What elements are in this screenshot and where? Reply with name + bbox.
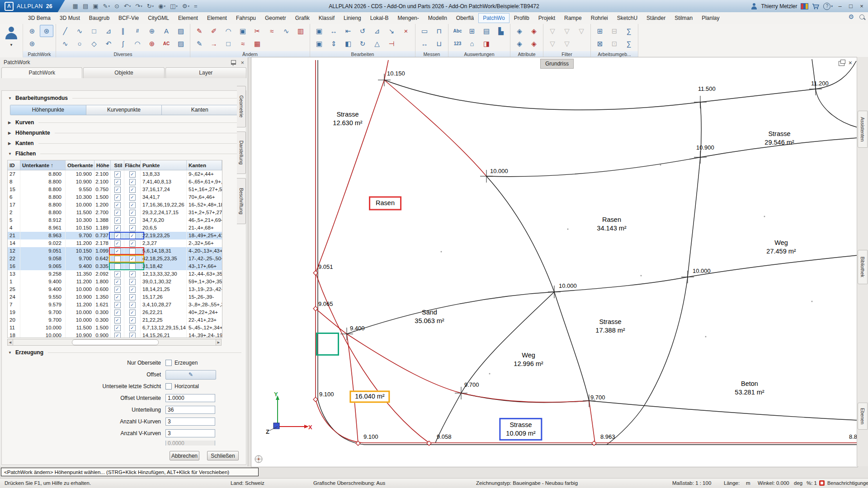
menu-item-modelln[interactable]: Modelln	[424, 13, 452, 23]
stil-checkbox[interactable]: ✓	[114, 317, 121, 324]
flaeche-checkbox[interactable]: ✓	[129, 202, 136, 208]
toolbar-icon-1-4[interactable]: ʃ	[116, 38, 130, 50]
toolbar-icon-3-1[interactable]: ↔	[327, 25, 340, 37]
flaeche-checkbox[interactable]: ✓	[129, 210, 136, 216]
status-segment-2[interactable]: Grafische Überschreibung: Aus	[313, 480, 385, 486]
stil-checkbox[interactable]: ✓	[114, 333, 121, 338]
flaeche-checkbox[interactable]: ✓	[129, 279, 136, 285]
stil-checkbox[interactable]: ✓	[114, 171, 121, 178]
table-row[interactable]: 28.80011.5002.700✓✓29,3,2,24,17,1531+,2+…	[8, 209, 222, 216]
toolbar-icon-7-0[interactable]: ▽	[546, 38, 559, 50]
toolbar-icon-3-5[interactable]: ↘	[385, 25, 398, 37]
status-segment-1[interactable]: Land: Schweiz	[231, 480, 264, 486]
toolbar-icon-1-7[interactable]: AC	[160, 38, 173, 50]
form-input[interactable]: 3	[165, 418, 215, 426]
table-row[interactable]: 1810.00010.9000.900✓✓14,15,26,2114-,39+,…	[8, 332, 222, 338]
toolbar-icon-4-1[interactable]: ⊔	[432, 38, 446, 50]
toolbar-icon-1-5[interactable]: ◠	[131, 38, 144, 50]
stil-checkbox[interactable]: ✓	[114, 325, 121, 331]
section-arrow-icon[interactable]: ▼	[8, 351, 13, 355]
toolbar-icon-3-4[interactable]: △	[370, 38, 384, 50]
flaeche-checkbox[interactable]: ✓	[129, 179, 136, 185]
stil-checkbox[interactable]: ✓	[114, 225, 121, 231]
palette-tab-layer[interactable]: Layer	[165, 67, 246, 78]
palette-side-tab-beschriftung[interactable]: Beschriftung	[237, 178, 246, 224]
menu-item-baugrub[interactable]: Baugrub	[85, 13, 114, 23]
toolbar-icon-5-0[interactable]: 123	[451, 38, 464, 50]
mode-button-kurvenpunkte[interactable]: Kurvenpunkte	[86, 105, 162, 115]
search-icon[interactable]	[859, 14, 864, 19]
stil-checkbox[interactable]: ✓	[114, 194, 121, 201]
toolbar-icon-1-2[interactable]: □	[87, 25, 101, 37]
toolbar-icon-8-1[interactable]: ⊡	[608, 38, 621, 50]
toolbar-icon-3-2[interactable]: ◧	[341, 38, 355, 50]
table-row[interactable]: 68.80010.3001.500✓✓34,41,770+,6+,46+	[8, 193, 222, 201]
offset-button[interactable]: ✎	[165, 370, 216, 380]
toolbar-icon-1-6[interactable]: ⊕	[145, 25, 159, 37]
toolbar-icon-1-0[interactable]: ╱	[58, 25, 72, 37]
quick-icon-0[interactable]: ▦	[71, 2, 80, 10]
stil-checkbox[interactable]: ✓	[114, 286, 121, 293]
stil-checkbox[interactable]: ✓	[114, 179, 121, 185]
abbrechen-button[interactable]: Abbrechen	[170, 451, 199, 460]
flaeche-checkbox[interactable]: ✓	[129, 333, 136, 338]
toolbar-icon-1-2[interactable]: ◇	[87, 38, 101, 50]
section-bearbeitungsmodus[interactable]: ▼Bearbeitungsmodus	[8, 95, 241, 101]
right-tab-ebenen[interactable]: Ebenen	[858, 403, 868, 430]
section-arrow-icon[interactable]: ▼	[8, 96, 13, 100]
toolbar-icon-4-1[interactable]: ⊓	[432, 25, 446, 37]
toolbar-icon-3-6[interactable]: ×	[399, 25, 413, 37]
toolbar-icon-7-0[interactable]: ▽	[546, 25, 559, 37]
stil-checkbox[interactable]: ✓	[114, 187, 121, 193]
form-checkbox[interactable]	[165, 383, 172, 389]
toolbar-icon-5-0[interactable]: Abc	[451, 25, 464, 37]
column-header-punkte[interactable]: Punkte	[141, 160, 187, 170]
viewport-close-icon[interactable]: ×	[849, 60, 852, 66]
table-row[interactable]: 149.02211.2002.178✓✓2,3,272-,32+,56+	[8, 239, 222, 247]
menu-item-fahrspu[interactable]: Fahrspu	[231, 13, 260, 23]
menu-item-klassif[interactable]: Klassif	[314, 13, 339, 23]
menu-item-stnder[interactable]: Ständer	[642, 13, 670, 23]
flaeche-checkbox[interactable]: ✓	[129, 294, 136, 300]
stil-checkbox[interactable]: ✓	[114, 294, 121, 300]
toolbar-icon-8-2[interactable]: ∑	[622, 38, 636, 50]
stil-checkbox[interactable]: ✓	[114, 310, 121, 316]
toolbar-icon-1-8[interactable]: ▨	[174, 38, 188, 50]
toolbar-icon-0-0[interactable]: ⊛	[25, 25, 39, 37]
toolbar-icon-2-4[interactable]: ▦	[250, 38, 264, 50]
table-row[interactable]: 178.80010.0001.200✓✓17,16,36,19,22,2616-…	[8, 201, 222, 209]
menu-item-profilb[interactable]: Profilb	[509, 13, 534, 23]
table-row[interactable]: 129.05110.1501.099✓5,6,14,18,314-,20-,13…	[8, 247, 222, 255]
toolbar-icon-1-7[interactable]: A	[160, 25, 173, 37]
menu-item-planlay[interactable]: Planlay	[697, 13, 724, 23]
mode-button-kanten[interactable]: Kanten	[162, 105, 237, 115]
toolbar-icon-3-0[interactable]: ▣	[312, 38, 326, 50]
table-row[interactable]: 139.25811.3502.092✓✓12,13,33,32,3012-,44…	[8, 270, 222, 278]
status-segment-6[interactable]: m	[746, 480, 750, 486]
section-kurven[interactable]: ▶Kurven	[8, 119, 241, 126]
section-arrow-icon[interactable]: ▶	[8, 121, 13, 125]
table-row[interactable]: 229.0589.7000.642✓42,18,25,23,3517-,42-,…	[8, 255, 222, 263]
minimize-button[interactable]: –	[836, 3, 844, 9]
flaeche-checkbox[interactable]: ✓	[129, 325, 136, 331]
toolbar-icon-0-1[interactable]: ⊛	[40, 25, 53, 37]
stil-checkbox[interactable]: ✓	[114, 302, 121, 308]
mode-button-höhenpunkte[interactable]: Höhenpunkte	[10, 105, 86, 115]
notification-icon[interactable]	[819, 480, 825, 486]
toolbar-icon-1-5[interactable]: //	[131, 25, 144, 37]
toolbar-icon-2-1[interactable]: →	[207, 38, 221, 50]
toolbar-icon-6-0[interactable]: ◈	[513, 38, 526, 50]
flaeche-checkbox[interactable]: ✓	[129, 310, 136, 316]
quick-icon-8[interactable]: ◉▾	[157, 2, 167, 10]
toolbar-icon-1-3[interactable]: ⊿	[102, 25, 115, 37]
quick-icon-10[interactable]: ⚙▾	[181, 2, 191, 10]
table-row[interactable]: 199.70010.0000.300✓✓26,22,2140+,22+,24+	[8, 309, 222, 316]
stil-checkbox[interactable]: ✓	[114, 240, 121, 247]
form-checkbox[interactable]	[165, 360, 172, 366]
table-row[interactable]: 169.0659.4000.33531,18,4243-,17+,66+	[8, 263, 222, 270]
palette-tab-patchwork[interactable]: PatchWork	[1, 67, 82, 78]
flaeche-checkbox[interactable]: ✓	[129, 171, 136, 178]
column-header-oberkante[interactable]: Oberkante	[66, 160, 94, 170]
menu-item-3dmust[interactable]: 3D Must	[55, 13, 85, 23]
menu-item-grafik[interactable]: Grafik	[291, 13, 314, 23]
